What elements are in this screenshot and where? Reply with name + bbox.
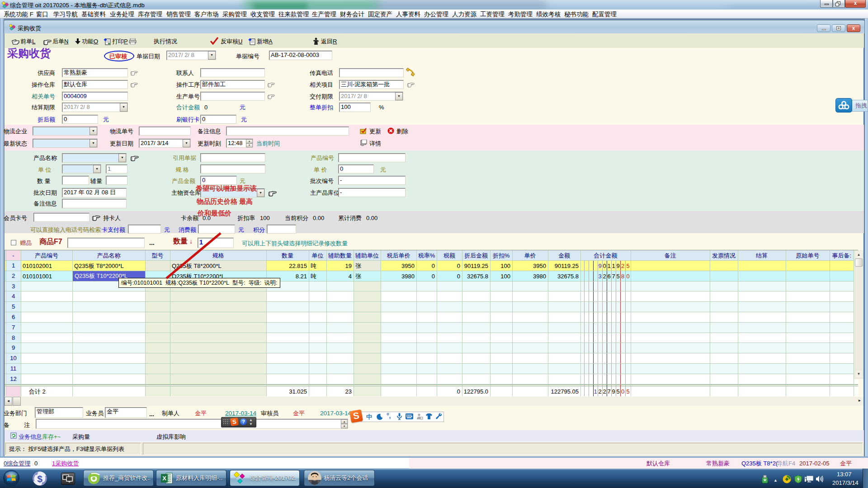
svg-text:X: X (162, 475, 166, 482)
svg-text:$: $ (37, 474, 42, 484)
